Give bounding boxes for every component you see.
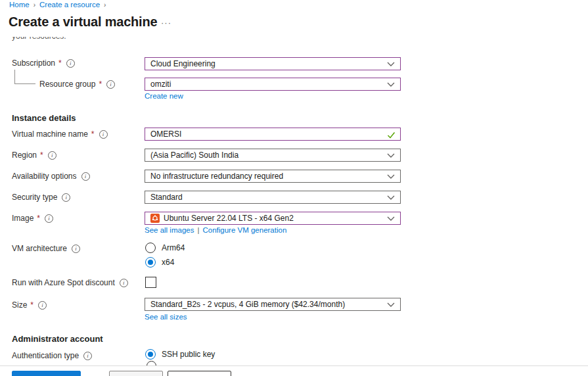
subscription-value: Cloud Engineering bbox=[150, 59, 215, 68]
footer-bar bbox=[0, 365, 588, 376]
breadcrumb-separator: › bbox=[104, 1, 106, 9]
links-divider: | bbox=[197, 226, 199, 234]
radio-selected-icon bbox=[145, 257, 156, 268]
resource-group-dropdown[interactable]: omziti bbox=[145, 78, 401, 91]
info-icon[interactable]: i bbox=[66, 59, 75, 68]
image-label: Image* i bbox=[12, 214, 53, 223]
vm-name-label: Virtual machine name* i bbox=[12, 129, 108, 139]
info-icon[interactable]: i bbox=[120, 279, 128, 287]
radio-selected-icon bbox=[145, 349, 156, 360]
radio-icon bbox=[145, 243, 156, 253]
image-value: Ubuntu Server 22.04 LTS - x64 Gen2 bbox=[164, 214, 294, 223]
footer-next-button[interactable] bbox=[168, 371, 231, 376]
required-marker: * bbox=[37, 214, 40, 223]
footer-previous-button[interactable] bbox=[109, 371, 163, 376]
breadcrumb-separator: › bbox=[34, 1, 35, 9]
chevron-down-icon bbox=[387, 216, 395, 222]
availability-options-dropdown[interactable]: No infrastructure redundancy required bbox=[145, 170, 401, 183]
resource-group-label: Resource group* i bbox=[39, 80, 115, 89]
footer-primary-button[interactable] bbox=[12, 371, 81, 376]
ubuntu-logo-icon bbox=[150, 214, 160, 223]
azure-spot-checkbox[interactable] bbox=[145, 277, 156, 288]
vm-name-value: OMERSI bbox=[150, 129, 181, 139]
more-options-icon[interactable]: ··· bbox=[161, 18, 171, 28]
vm-architecture-label: VM architecture i bbox=[12, 244, 80, 253]
size-label: Size* i bbox=[12, 300, 47, 310]
required-marker: * bbox=[40, 151, 43, 160]
page-title: Create a virtual machine bbox=[9, 14, 157, 30]
see-all-sizes-link[interactable]: See all sizes bbox=[145, 313, 187, 321]
authentication-type-label: Authentication type i bbox=[12, 351, 92, 360]
info-icon[interactable]: i bbox=[81, 172, 90, 181]
vm-name-input[interactable]: OMERSI bbox=[145, 128, 401, 141]
configure-vm-generation-link[interactable]: Configure VM generation bbox=[202, 226, 286, 234]
info-icon[interactable]: i bbox=[99, 130, 108, 139]
azure-spot-label: Run with Azure Spot discount i bbox=[12, 278, 128, 287]
create-vm-page: Home › Create a resource › Create a virt… bbox=[0, 0, 588, 376]
info-icon[interactable]: i bbox=[106, 80, 115, 89]
see-all-images-link[interactable]: See all images bbox=[145, 226, 194, 234]
region-label: Region* i bbox=[12, 151, 57, 160]
image-dropdown[interactable]: Ubuntu Server 22.04 LTS - x64 Gen2 bbox=[145, 212, 401, 225]
create-new-link[interactable]: Create new bbox=[145, 92, 183, 100]
radio-arm64[interactable]: Arm64 bbox=[145, 243, 185, 253]
radio-x64[interactable]: x64 bbox=[145, 257, 174, 268]
chevron-down-icon bbox=[387, 82, 395, 87]
radio-label: x64 bbox=[162, 258, 174, 267]
security-type-dropdown[interactable]: Standard bbox=[145, 191, 401, 204]
info-icon[interactable]: i bbox=[48, 151, 57, 160]
valid-check-icon bbox=[387, 131, 396, 139]
clipped-scrolled-text: your resources. bbox=[12, 37, 156, 41]
instance-details-heading: Instance details bbox=[12, 113, 76, 123]
security-type-label: Security type i bbox=[12, 193, 70, 202]
chevron-down-icon bbox=[387, 153, 395, 158]
availability-value: No infrastructure redundancy required bbox=[150, 172, 283, 181]
availability-options-label: Availability options i bbox=[12, 172, 90, 181]
size-dropdown[interactable]: Standard_B2s - 2 vcpus, 4 GiB memory ($4… bbox=[145, 298, 401, 311]
info-icon[interactable]: i bbox=[45, 214, 53, 223]
info-icon[interactable]: i bbox=[72, 245, 80, 253]
subscription-dropdown[interactable]: Cloud Engineering bbox=[145, 57, 401, 70]
required-marker: * bbox=[99, 80, 102, 89]
radio-ssh-public-key[interactable]: SSH public key bbox=[145, 349, 215, 360]
security-type-value: Standard bbox=[150, 193, 183, 202]
breadcrumb-create-resource-link[interactable]: Create a resource bbox=[39, 1, 100, 9]
size-value: Standard_B2s - 2 vcpus, 4 GiB memory ($4… bbox=[150, 300, 345, 309]
required-marker: * bbox=[91, 129, 95, 139]
chevron-down-icon bbox=[387, 195, 395, 200]
required-marker: * bbox=[58, 59, 62, 68]
hierarchy-connector bbox=[14, 70, 35, 84]
chevron-down-icon bbox=[387, 62, 395, 67]
breadcrumb: Home › Create a resource › bbox=[9, 1, 106, 9]
chevron-down-icon bbox=[387, 302, 395, 308]
subscription-label: Subscription* i bbox=[12, 59, 75, 68]
administrator-account-heading: Administrator account bbox=[12, 334, 103, 344]
radio-label: SSH public key bbox=[162, 350, 215, 359]
required-marker: * bbox=[30, 300, 34, 310]
region-dropdown[interactable]: (Asia Pacific) South India bbox=[145, 149, 401, 162]
region-value: (Asia Pacific) South India bbox=[150, 151, 238, 160]
chevron-down-icon bbox=[387, 174, 395, 179]
breadcrumb-home-link[interactable]: Home bbox=[9, 1, 30, 9]
info-icon[interactable]: i bbox=[62, 193, 70, 202]
image-links-row: See all images | Configure VM generation bbox=[145, 226, 286, 234]
info-icon[interactable]: i bbox=[38, 301, 47, 310]
resource-group-value: omziti bbox=[150, 80, 171, 89]
radio-label: Arm64 bbox=[162, 243, 185, 252]
info-icon[interactable]: i bbox=[83, 352, 92, 360]
